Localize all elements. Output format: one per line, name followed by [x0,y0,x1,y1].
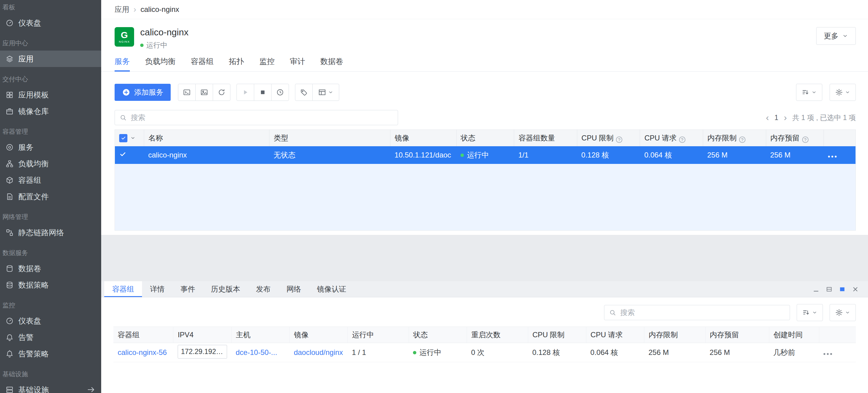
sidebar-item-alert-policies[interactable]: 告警策略 [0,346,101,362]
sidebar-item-dashboard[interactable]: 仪表盘 [0,14,101,31]
row-checkbox[interactable] [119,151,126,158]
sidebar-item-monitor-dashboard[interactable]: 仪表盘 [0,313,101,329]
stop-button[interactable] [254,84,272,101]
gear-icon [835,88,843,96]
page-title: calico-nginx [140,27,188,37]
pod-host-link[interactable]: dce-10-50-... [236,348,277,356]
help-icon[interactable] [739,136,745,143]
collapse-sidebar-arrow-icon[interactable] [87,385,96,393]
sidebar-item-volumes[interactable]: 数据卷 [0,260,101,276]
service-row-selected[interactable]: calico-nginx 无状态 10.50.1.121/daoc 运行中 1/… [115,146,856,164]
column-header-status: 状态 [456,130,514,146]
close-panel-icon[interactable] [852,286,859,293]
chevron-down-icon[interactable] [130,135,135,141]
pods-column-actions [819,327,856,343]
pods-column-host: 主机 [231,327,289,343]
detail-tab-history[interactable]: 历史版本 [203,281,248,297]
gear-icon [835,308,843,317]
refresh-button[interactable] [213,84,230,101]
pod-row[interactable]: calico-nginx-56 172.29.192.216 dce-10-50… [113,343,856,362]
row-actions-button[interactable] [828,156,837,158]
sort-button[interactable] [796,84,822,101]
tab-pods[interactable]: 容器组 [191,53,214,72]
sidebar-item-pods[interactable]: 容器组 [0,172,101,188]
help-icon[interactable] [616,136,622,143]
clock-icon [276,88,284,96]
select-all-checkbox[interactable] [119,134,127,142]
pod-image-link[interactable]: daocloud/nginx [294,348,343,356]
redeploy-button[interactable] [271,84,289,101]
bell-policy-icon [5,350,14,358]
pod-name-link[interactable]: calico-nginx-56 [118,348,167,356]
pods-sort-button[interactable] [797,304,823,321]
column-settings-button[interactable] [312,84,339,101]
panel-gap [101,235,868,281]
prev-page-button[interactable]: ‹ [766,113,769,122]
pod-actions-button[interactable] [824,353,832,355]
tab-topology[interactable]: 拓扑 [229,53,244,72]
minimize-panel-icon[interactable] [812,286,819,293]
help-icon[interactable] [679,136,685,143]
breadcrumb-root[interactable]: 应用 [115,5,129,14]
more-button[interactable]: 更多 [816,27,856,45]
full-screen-icon[interactable] [839,286,846,293]
sidebar-item-applications[interactable]: 应用 [0,51,101,67]
chevron-down-icon [328,90,334,95]
sidebar-item-static-network[interactable]: 静态链路网络 [0,224,101,241]
add-service-button[interactable]: 添加服务 [115,84,171,101]
column-header-actions [824,130,856,146]
sidebar-item-load-balancers[interactable]: 负载均衡 [0,155,101,172]
image-button[interactable] [195,84,213,101]
sidebar-item-data-policies[interactable]: 数据策略 [0,276,101,293]
select-all-header [115,130,144,146]
tab-monitoring[interactable]: 监控 [259,53,275,72]
help-icon[interactable] [802,136,809,143]
settings-button[interactable] [830,84,856,101]
server-icon [5,386,14,393]
tag-button[interactable] [295,84,313,101]
pods-settings-button[interactable] [830,304,856,321]
tab-services[interactable]: 服务 [115,53,130,72]
app-status: 运行中 [140,40,188,50]
pods-column-ipv4: IPV4 [174,327,231,343]
sidebar-item-config-files[interactable]: 配置文件 [0,188,101,205]
sidebar-item-image-registry[interactable]: 镜像仓库 [0,103,101,120]
sidebar-item-app-templates[interactable]: 应用模板 [0,87,101,103]
pod-mem-reserve: 256 M [705,343,769,362]
detail-tab-pods[interactable]: 容器组 [104,281,142,297]
detail-tab-network[interactable]: 网络 [279,281,309,297]
detail-tab-details[interactable]: 详情 [142,281,173,297]
sidebar-item-alerts[interactable]: 告警 [0,329,101,346]
chevron-down-icon [842,33,848,39]
sidebar-section-container-mgmt: 容器管理 [0,120,101,139]
next-page-button[interactable]: › [784,113,787,122]
tab-audit[interactable]: 审计 [290,53,305,72]
start-button[interactable] [237,84,254,101]
cell-service-status: 运行中 [456,146,514,164]
gauge-icon [5,19,14,27]
services-table: 名称 类型 镜像 状态 容器组数量 CPU 限制 CPU 请求 内存限制 内存预… [115,129,856,231]
tab-volumes[interactable]: 数据卷 [320,53,343,72]
pod-cpu-request: 0.064 核 [586,343,644,362]
cell-service-name: calico-nginx [144,146,269,164]
pods-search [604,305,790,320]
detail-panel: 容器组 详情 事件 历史版本 发布 网络 镜像认证 [101,281,868,393]
sidebar-section-infrastructure: 基础设施 [0,362,101,382]
sidebar-item-infrastructure[interactable]: 基础设施 [0,382,101,393]
document-icon [5,193,14,201]
sort-icon [802,308,810,317]
cell-cpu-request: 0.064 核 [640,146,703,164]
pod-ipv4-value[interactable]: 172.29.192.216 [178,345,227,359]
column-header-cpu-request: CPU 请求 [640,130,703,146]
detail-tab-events[interactable]: 事件 [173,281,203,297]
disk-icon [5,264,14,273]
tab-load-balancers[interactable]: 负载均衡 [145,53,176,72]
search-input[interactable] [115,110,398,125]
detail-tab-image-auth[interactable]: 镜像认证 [309,281,354,297]
half-screen-icon[interactable] [826,286,833,293]
terminal-button[interactable] [178,84,196,101]
pods-search-input[interactable] [604,305,790,320]
check-icon [119,151,126,158]
sidebar-item-services[interactable]: 服务 [0,139,101,155]
detail-tab-release[interactable]: 发布 [248,281,279,297]
